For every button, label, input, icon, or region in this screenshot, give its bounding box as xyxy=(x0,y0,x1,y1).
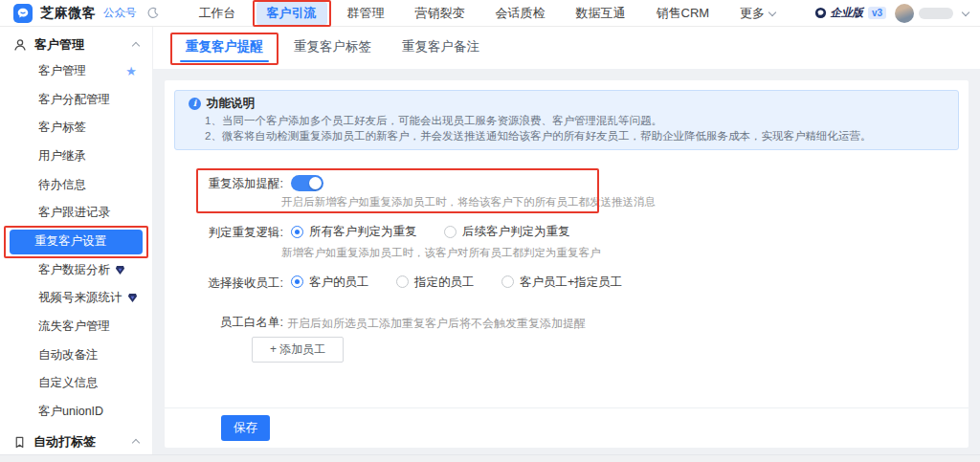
sidebar-item-lost-customer-management[interactable]: 流失客户管理 xyxy=(0,313,152,341)
chevron-up-icon xyxy=(132,41,140,49)
radio-checked-icon xyxy=(291,275,303,288)
chevron-up-icon xyxy=(132,438,140,446)
feature-info-box: i 功能说明 1、当同一个客户添加多个员工好友后，可能会出现员工服务资源浪费、客… xyxy=(174,90,959,150)
sidebar-item-auto-remark[interactable]: 自动改备注 xyxy=(0,341,152,369)
logic-label: 判定重复逻辑: xyxy=(165,222,283,260)
row-duplicate-logic: 判定重复逻辑: 所有客户判定为重复 后续客户判定为重复 新增客户如重复添加员工时… xyxy=(165,222,969,260)
nav-item-chat-inspection[interactable]: 会话质检 xyxy=(485,2,556,25)
logic-description: 新增客户如重复添加员工时，该客户对所有员工都判定为重复客户 xyxy=(281,246,601,260)
sidebar-item-customer-tags[interactable]: 客户标签 xyxy=(0,114,152,143)
sidebar-item-todo-info[interactable]: 待办信息 xyxy=(0,170,152,199)
info-line-1: 1、当同一个客户添加多个员工好友后，可能会出现员工服务资源浪费、客户管理混乱等问… xyxy=(189,114,945,127)
chevron-down-icon[interactable] xyxy=(962,8,969,15)
vip-diamond-icon xyxy=(115,265,125,275)
sidebar-item-customer-allocation[interactable]: 客户分配管理 xyxy=(0,86,152,115)
radio-checked-icon xyxy=(291,226,303,238)
tab-bar: 重复客户提醒 重复客户标签 重复客户备注 xyxy=(153,27,980,69)
radio-all-customers-duplicate[interactable]: 所有客户判定为重复 xyxy=(291,222,417,241)
save-button[interactable]: 保存 xyxy=(221,415,270,441)
radio-designated-staff[interactable]: 指定的员工 xyxy=(396,273,475,292)
radio-customer-plus-designated-staff[interactable]: 客户员工+指定员工 xyxy=(501,273,622,292)
tab-duplicate-remarks[interactable]: 重复客户备注 xyxy=(398,27,483,69)
bookmark-icon xyxy=(13,436,26,449)
version-badge: v3 xyxy=(868,7,886,19)
remind-description: 开启后新增客户如重复添加员工时，将给该客户下的所有员工都发送推送消息 xyxy=(281,194,656,209)
row-staff-whitelist: 员工白名单: 开启后如所选员工添加重复客户后将不会触发重复添加提醒 + 添加员工 xyxy=(165,314,969,363)
nav-item-sales-crm[interactable]: 销售CRM xyxy=(646,2,721,25)
sidebar-item-video-channel-stats[interactable]: 视频号来源统计 xyxy=(0,284,152,313)
sidebar-item-followup-records[interactable]: 客户跟进记录 xyxy=(0,199,152,228)
toggle-knob xyxy=(309,177,322,189)
row-duplicate-add-reminder: 重复添加提醒: 开启后新增客户如重复添加员工时，将给该客户下的所有员工都发送推送… xyxy=(165,173,969,209)
nav-item-data-interchange[interactable]: 数据互通 xyxy=(566,2,636,25)
info-line-2: 2、微客将自动检测重复添加员工的新客户，并会发送推送通知给该客户的所有好友员工，… xyxy=(189,129,945,143)
radio-unchecked-icon xyxy=(501,275,514,288)
nav-item-workbench[interactable]: 工作台 xyxy=(189,2,247,25)
nav-item-more[interactable]: 更多 xyxy=(729,2,786,25)
horizontal-scrollbar[interactable] xyxy=(0,454,980,462)
plan-badge: 企业版 xyxy=(814,6,863,20)
top-bar: 芝麻微客 公众号 工作台 客户引流 群管理 营销裂变 会话质检 数据互通 销售C… xyxy=(0,0,980,27)
main-content: 重复客户提醒 重复客户标签 重复客户备注 i 功能说明 1、当同一个客户添加多个… xyxy=(153,27,980,462)
receiver-label: 选择接收员工: xyxy=(165,273,283,294)
whitelist-description: 开启后如所选员工添加重复客户后将不会触发重复添加提醒 xyxy=(287,317,586,330)
radio-unchecked-icon xyxy=(444,226,457,238)
chevron-down-icon xyxy=(768,8,776,15)
brand[interactable]: 芝麻微客 公众号 xyxy=(13,4,159,23)
nav-item-customer-acquisition[interactable]: 客户引流 xyxy=(256,2,327,25)
person-icon xyxy=(13,38,27,52)
settings-card: i 功能说明 1、当同一个客户添加多个员工好友后，可能会出现员工服务资源浪费、客… xyxy=(165,80,969,448)
app-logo-icon xyxy=(13,4,33,23)
sidebar-item-customer-unionid[interactable]: 客户unionID xyxy=(0,398,152,427)
sidebar-item-custom-info[interactable]: 自定义信息 xyxy=(0,369,152,398)
info-icon: i xyxy=(189,98,201,110)
tab-duplicate-tags[interactable]: 重复客户标签 xyxy=(290,27,375,69)
duplicate-reminder-toggle[interactable] xyxy=(291,175,323,191)
radio-unchecked-icon xyxy=(396,275,409,288)
brand-name: 芝麻微客 xyxy=(40,5,96,22)
radio-subsequent-customers-duplicate[interactable]: 后续客户判定为重复 xyxy=(444,222,570,241)
sidebar-section-auto-tagging[interactable]: 自动打标签 xyxy=(0,429,152,454)
nav-item-group-management[interactable]: 群管理 xyxy=(337,2,395,25)
info-title: 功能说明 xyxy=(207,96,255,112)
star-icon[interactable]: ★ xyxy=(125,64,137,78)
nav-item-marketing-fission[interactable]: 营销裂变 xyxy=(405,2,476,25)
dark-mode-moon-icon[interactable] xyxy=(146,7,159,19)
brand-tag-official-account[interactable]: 公众号 xyxy=(103,6,137,20)
sidebar-section-customer-management[interactable]: 客户管理 xyxy=(0,33,152,57)
radio-customer-staff[interactable]: 客户的员工 xyxy=(291,273,369,292)
row-receiver-staff: 选择接收员工: 客户的员工 指定的员工 客户员工+指定员工 xyxy=(165,273,969,294)
app-root: 芝麻微客 公众号 工作台 客户引流 群管理 营销裂变 会话质检 数据互通 销售C… xyxy=(0,0,980,462)
sidebar-item-customer-data-analysis[interactable]: 客户数据分析 xyxy=(0,256,152,285)
user-name-redacted xyxy=(919,8,953,19)
top-nav: 工作台 客户引流 群管理 营销裂变 会话质检 数据互通 销售CRM 更多 xyxy=(184,2,791,25)
sidebar-item-user-inheritance[interactable]: 用户继承 xyxy=(0,143,152,171)
plan-label: 企业版 xyxy=(830,6,863,20)
add-staff-button[interactable]: + 添加员工 xyxy=(252,337,344,363)
card-footer: 保存 xyxy=(165,407,969,448)
avatar[interactable] xyxy=(895,4,914,23)
vip-diamond-icon xyxy=(127,293,138,303)
tab-duplicate-reminder[interactable]: 重复客户提醒 xyxy=(182,27,267,69)
sidebar-item-duplicate-customer-settings[interactable]: 重复客户设置 xyxy=(10,230,143,254)
sidebar-item-customer-management[interactable]: 客户管理★ xyxy=(0,57,152,86)
remind-label: 重复添加提醒: xyxy=(165,173,283,209)
enterprise-badge-icon xyxy=(814,7,827,19)
sidebar: 客户管理 客户管理★ 客户分配管理 客户标签 用户继承 待办信息 客户跟进记录 … xyxy=(0,27,153,462)
account-area[interactable]: 企业版 v3 xyxy=(814,4,980,23)
